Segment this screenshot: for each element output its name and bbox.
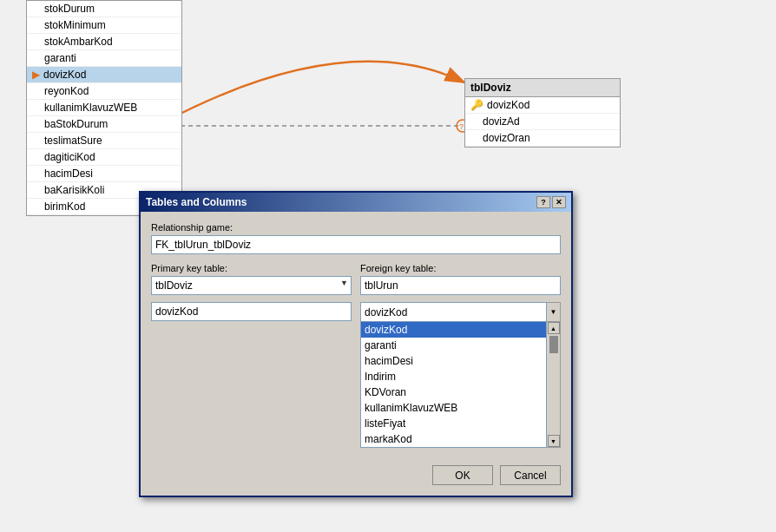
dialog-title: Tables and Columns [146, 196, 247, 208]
table-selectors-row: Primary key table: tblDoviz Foreign key … [151, 263, 561, 295]
primary-key-select-wrapper: tblDoviz [151, 276, 352, 295]
mapping-right-col: dovizKod ▼ dovizKodgarantihacimDesiIndir… [360, 302, 561, 448]
table-row: teslimatSure [27, 133, 181, 149]
key-icon: 🔑 [470, 99, 483, 111]
mapping-area: dovizKod dovizKod ▼ dovizKodgarantihacim… [151, 302, 561, 448]
help-button[interactable]: ? [536, 196, 550, 208]
dropdown-list-item[interactable]: dovizKod [361, 322, 546, 338]
dropdown-list-item[interactable]: hacimDesi [361, 353, 546, 369]
table-row: garanti [27, 50, 181, 67]
relationship-input[interactable] [151, 235, 561, 254]
table-row: baStokDurum [27, 116, 181, 133]
dialog-body: Relationship game: Primary key table: tb… [141, 212, 571, 458]
foreign-key-value: tblUrun [360, 276, 561, 295]
relationship-label: Relationship game: [151, 222, 561, 233]
table-row: dovizAd [465, 114, 620, 130]
table-row: hacimDesi [27, 166, 181, 182]
dropdown-list-item[interactable]: kullanimKlavuzWEB [361, 400, 546, 416]
table-row: ▶dovizKod [27, 67, 181, 83]
table-row: kullanimKlavuzWEB [27, 100, 181, 116]
mapping-left-value: dovizKod [151, 302, 352, 321]
dropdown-items-list: dovizKodgarantihacimDesiIndirimKDVoranku… [360, 321, 547, 448]
table-row: dovizOran [465, 130, 620, 147]
close-button[interactable]: ✕ [552, 196, 566, 208]
dialog-title-buttons: ? ✕ [536, 196, 566, 208]
dropdown-list-item[interactable]: listeFiyat [361, 416, 546, 431]
dialog-titlebar: Tables and Columns ? ✕ [141, 193, 571, 212]
left-table: stokDurumstokMinimumstokAmbarKodgaranti▶… [26, 0, 182, 216]
mapping-left-col: dovizKod [151, 302, 352, 448]
key-icon: ▶ [32, 69, 40, 81]
table-row: stokDurum [27, 1, 181, 17]
scrollbar: ▲ ▼ [547, 321, 561, 448]
mapping-right-current: dovizKod [360, 302, 547, 321]
primary-key-col: Primary key table: tblDoviz [151, 263, 352, 295]
dropdown-list-item[interactable]: KDVoran [361, 384, 546, 400]
tables-columns-dialog: Tables and Columns ? ✕ Relationship game… [139, 191, 573, 497]
diagram-area: ▶ ? stokDurumstokMinimumstokAmbarKodgara… [0, 0, 776, 532]
primary-key-select[interactable]: tblDoviz [151, 276, 352, 295]
svg-text:?: ? [459, 122, 464, 131]
dropdown-arrow[interactable]: ▼ [547, 302, 561, 321]
scroll-down-btn[interactable]: ▼ [548, 435, 560, 447]
scroll-thumb [549, 336, 558, 353]
foreign-key-col: Foreign key table: tblUrun [360, 263, 561, 295]
dropdown-list-item[interactable]: garanti [361, 338, 546, 353]
primary-key-label: Primary key table: [151, 263, 352, 273]
right-table-header: tblDoviz [465, 79, 620, 97]
dialog-footer: OK Cancel [141, 458, 571, 496]
table-row: stokMinimum [27, 17, 181, 34]
ok-button[interactable]: OK [432, 465, 493, 485]
table-row: dagiticiKod [27, 149, 181, 166]
dropdown-open-list: dovizKodgarantihacimDesiIndirimKDVoranku… [360, 321, 561, 448]
table-row: reyonKod [27, 83, 181, 100]
dropdown-list-item[interactable]: Indirim [361, 369, 546, 384]
scroll-up-btn[interactable]: ▲ [548, 322, 560, 334]
foreign-key-label: Foreign key table: [360, 263, 561, 273]
right-table: tblDoviz 🔑dovizKoddovizAddovizOran [464, 78, 621, 148]
table-row: 🔑dovizKod [465, 97, 620, 114]
dropdown-list-item[interactable]: markaKod [361, 431, 546, 447]
cancel-button[interactable]: Cancel [500, 465, 561, 485]
table-row: stokAmbarKod [27, 34, 181, 50]
